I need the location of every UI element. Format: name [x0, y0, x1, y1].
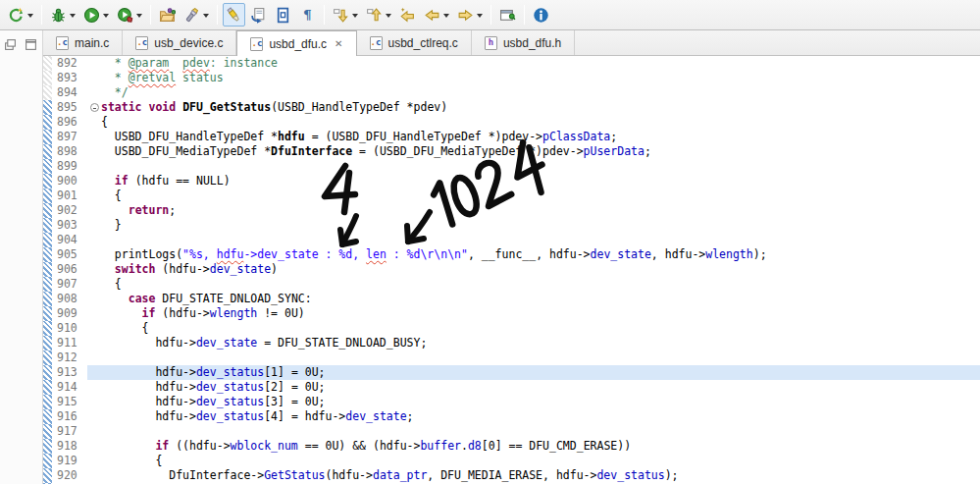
restore-pane-button[interactable]	[2, 36, 18, 52]
line-number: 897	[52, 130, 87, 144]
code-line-892[interactable]: 892 * @param pdev: instance	[43, 56, 980, 71]
code-line-902[interactable]: 902 return;	[43, 203, 980, 218]
code-line-899[interactable]: 899	[43, 159, 980, 174]
c-file-icon: .c	[370, 36, 383, 50]
change-bar	[43, 233, 52, 247]
code-editor[interactable]: 892 * @param pdev: instance893 * @retval…	[43, 56, 980, 484]
back-button[interactable]	[421, 3, 452, 27]
tab-main.c[interactable]: .cmain.c	[43, 30, 123, 55]
open-element-button[interactable]	[156, 3, 179, 27]
maximize-pane-button[interactable]	[23, 36, 38, 52]
toolbar-separator	[524, 5, 525, 25]
change-bar	[43, 262, 52, 277]
line-number: 892	[52, 56, 87, 71]
c-file-icon: .c	[56, 36, 69, 50]
back-dropdown-arrow[interactable]	[443, 14, 449, 18]
pin-editor-button[interactable]	[496, 3, 519, 27]
search-dropdown-arrow[interactable]	[203, 14, 209, 18]
change-bar	[43, 71, 52, 85]
forward-button[interactable]	[454, 3, 486, 27]
code-line-914[interactable]: 914 hdfu->dev_status[2] = 0U;	[43, 380, 980, 395]
change-bar	[43, 395, 52, 409]
previous-annotation-dropdown-arrow[interactable]	[386, 14, 391, 18]
debug-dropdown-arrow[interactable]	[70, 14, 76, 18]
code-line-911[interactable]: 911 hdfu->dev_state = DFU_STATE_DNLOAD_B…	[43, 336, 980, 350]
show-annotations-icon	[275, 7, 291, 24]
code-line-896[interactable]: 896{	[43, 115, 980, 130]
code-line-898[interactable]: 898 USBD_DFU_MediaTypeDef *DfuInterface …	[43, 144, 980, 159]
tab-usbd_dfu.h[interactable]: husbd_dfu.h	[472, 30, 575, 55]
code-line-904[interactable]: 904	[43, 233, 980, 247]
change-bar	[43, 144, 52, 159]
profile-dropdown-arrow[interactable]	[136, 14, 142, 18]
search-button[interactable]	[181, 3, 212, 27]
code-line-920[interactable]: 920 DfuInterface->GetStatus(hdfu->data_p…	[43, 468, 980, 483]
code-line-895[interactable]: 895static void DFU_GetStatus(USBD_Handle…	[43, 100, 980, 115]
show-annotations-button[interactable]	[272, 3, 294, 27]
fold-margin	[87, 144, 101, 159]
code-line-900[interactable]: 900 if (hdfu == NULL)	[43, 174, 980, 189]
code-line-907[interactable]: 907 {	[43, 277, 980, 292]
previous-annotation-button[interactable]	[363, 3, 394, 27]
change-bar	[43, 306, 52, 321]
tab-usb_device.c[interactable]: .cusb_device.c	[123, 30, 236, 55]
code-text: USBD_DFU_MediaTypeDef *DfuInterface = (U…	[101, 144, 980, 159]
show-whitespace-button[interactable]: ¶	[296, 3, 319, 27]
new-launch-button[interactable]	[5, 3, 36, 27]
code-line-905[interactable]: 905 printLogs("%s, hdfu->dev_state : %d,…	[43, 247, 980, 262]
tab-usbd_ctlreq.c[interactable]: .cusbd_ctlreq.c	[357, 30, 472, 55]
change-bar	[43, 174, 52, 189]
run-dropdown-arrow[interactable]	[103, 14, 109, 18]
code-line-909[interactable]: 909 if (hdfu->wlength != 0U)	[43, 306, 980, 321]
code-line-918[interactable]: 918 if ((hdfu->wblock_num == 0U) && (hdf…	[43, 439, 980, 454]
code-line-916[interactable]: 916 hdfu->dev_status[4] = hdfu->dev_stat…	[43, 409, 980, 424]
change-bar	[43, 483, 52, 484]
new-launch-dropdown-arrow[interactable]	[27, 14, 33, 18]
fold-margin	[87, 365, 101, 380]
code-line-910[interactable]: 910 {	[43, 321, 980, 336]
forward-dropdown-arrow[interactable]	[477, 14, 483, 18]
close-tab-icon[interactable]: ✕	[335, 39, 342, 49]
line-number: 919	[52, 454, 87, 468]
editor-stack: .cmain.c.cusb_device.c.cusbd_dfu.c✕.cusb…	[43, 30, 980, 484]
tab-usbd_dfu.c[interactable]: .cusbd_dfu.c✕	[236, 30, 356, 56]
code-line-908[interactable]: 908 case DFU_STATE_DNLOAD_SYNC:	[43, 292, 980, 306]
last-edit-location-button[interactable]	[396, 3, 419, 27]
code-line-915[interactable]: 915 hdfu->dev_status[3] = 0U;	[43, 395, 980, 409]
code-line-919[interactable]: 919 {	[43, 454, 980, 468]
run-button[interactable]	[80, 3, 112, 27]
open-element-icon	[159, 7, 176, 24]
code-text: case DFU_STATE_DNLOAD_SYNC:	[101, 292, 980, 306]
next-annotation-dropdown-arrow[interactable]	[352, 14, 358, 18]
collapse-fold-icon[interactable]	[90, 103, 99, 112]
code-text: static void DFU_GetStatus(USBD_HandleTyp…	[101, 100, 980, 115]
debug-button[interactable]	[47, 3, 78, 27]
line-number: 913	[52, 365, 87, 380]
change-bar	[43, 292, 52, 306]
code-line-894[interactable]: 894 */	[43, 85, 980, 100]
line-number: 904	[52, 233, 87, 247]
line-number: 895	[52, 100, 87, 115]
code-line-901[interactable]: 901 {	[43, 189, 980, 203]
next-annotation-button[interactable]	[330, 3, 361, 27]
change-bar	[43, 468, 52, 483]
tab-label: usb_device.c	[154, 36, 223, 50]
mark-occurrences-icon	[226, 7, 242, 24]
fold-margin	[87, 262, 101, 277]
code-line-893[interactable]: 893 * @retval status	[43, 71, 980, 85]
code-line-912[interactable]: 912	[43, 350, 980, 365]
mark-occurrences-button[interactable]	[223, 3, 245, 27]
content-area: .cmain.c.cusb_device.c.cusbd_dfu.c✕.cusb…	[0, 30, 980, 484]
code-line-917[interactable]: 917	[43, 424, 980, 439]
link-with-editor-button[interactable]	[247, 3, 270, 27]
code-line-897[interactable]: 897 USBD_DFU_HandleTypeDef *hdfu = (USBD…	[43, 130, 980, 144]
code-line-921[interactable]: 921 }	[43, 483, 980, 484]
profile-button[interactable]	[114, 3, 145, 27]
info-button[interactable]	[530, 3, 552, 27]
code-line-903[interactable]: 903 }	[43, 218, 980, 233]
profile-icon	[117, 7, 133, 24]
info-icon	[533, 7, 549, 24]
code-line-906[interactable]: 906 switch (hdfu->dev_state)	[43, 262, 980, 277]
code-line-913[interactable]: 913 hdfu->dev_status[1] = 0U;	[43, 365, 980, 380]
fold-margin	[87, 56, 101, 71]
